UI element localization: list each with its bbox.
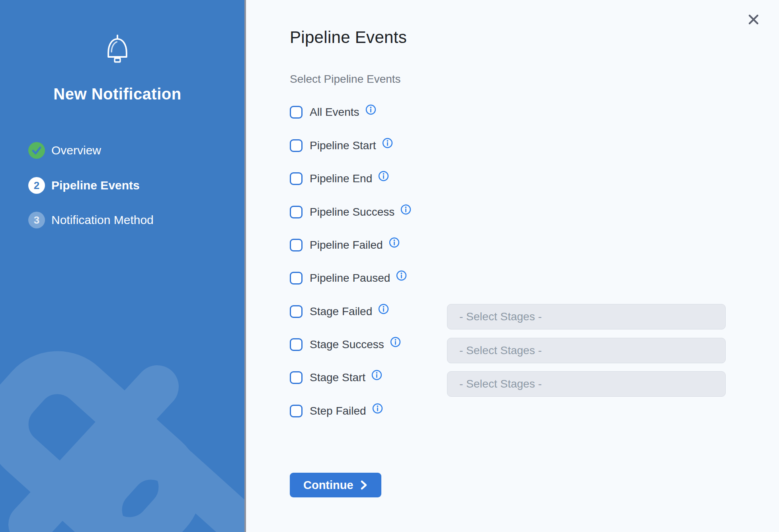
event-label: Pipeline End: [310, 172, 372, 185]
info-icon[interactable]: [378, 304, 389, 314]
event-row-step-failed: Step Failed: [290, 403, 383, 419]
event-row-pipeline-end: Pipeline End: [290, 170, 389, 187]
info-icon[interactable]: [396, 270, 407, 281]
info-icon[interactable]: [390, 337, 401, 347]
event-row-all-events: All Events: [290, 104, 376, 121]
info-icon[interactable]: [371, 370, 382, 380]
info-icon[interactable]: [378, 171, 389, 181]
info-icon[interactable]: [389, 237, 400, 248]
step-label: Pipeline Events: [51, 179, 140, 192]
event-label: Step Failed: [310, 405, 366, 417]
wizard-title: New Notification: [0, 85, 235, 103]
step-overview[interactable]: Overview: [28, 142, 101, 159]
step-done-check-icon: [28, 142, 45, 159]
event-label: Pipeline Start: [310, 139, 376, 152]
checkbox-step-failed[interactable]: [290, 405, 303, 417]
close-icon[interactable]: [746, 12, 761, 27]
select-stages-for-stage-start[interactable]: - Select Stages -: [447, 371, 726, 397]
checkbox-pipeline-paused[interactable]: [290, 272, 303, 285]
info-icon[interactable]: [382, 138, 393, 148]
step-pipeline-events[interactable]: 2 Pipeline Events: [28, 177, 140, 194]
step-number-badge: 2: [28, 177, 45, 194]
event-label: Stage Failed: [310, 305, 372, 318]
select-stages-for-stage-failed[interactable]: - Select Stages -: [447, 304, 726, 329]
event-label: Pipeline Paused: [310, 272, 390, 285]
event-label: Pipeline Failed: [310, 239, 383, 251]
checkbox-stage-failed[interactable]: [290, 305, 303, 318]
wizard-sidebar: New Notification Overview 2 Pipeline Eve…: [0, 0, 244, 532]
event-row-stage-start: Stage Start: [290, 369, 382, 386]
continue-label: Continue: [303, 479, 353, 492]
checkbox-pipeline-end[interactable]: [290, 172, 303, 185]
select-placeholder: - Select Stages -: [459, 344, 542, 357]
checkbox-pipeline-failed[interactable]: [290, 239, 303, 251]
event-label: Stage Start: [310, 371, 365, 384]
section-subtitle: Select Pipeline Events: [290, 73, 401, 86]
event-row-pipeline-failed: Pipeline Failed: [290, 237, 400, 253]
select-placeholder: - Select Stages -: [459, 378, 542, 390]
step-number-badge: 3: [28, 212, 45, 228]
event-label: Pipeline Success: [310, 206, 394, 218]
checkbox-all-events[interactable]: [290, 106, 303, 119]
checkbox-stage-success[interactable]: [290, 338, 303, 351]
event-label: All Events: [310, 106, 359, 119]
brand-watermark: [0, 0, 244, 532]
step-label: Overview: [51, 144, 101, 157]
event-row-stage-success: Stage Success: [290, 336, 401, 353]
chevron-right-icon: [360, 480, 368, 490]
continue-button[interactable]: Continue: [290, 473, 381, 497]
event-row-stage-failed: Stage Failed: [290, 303, 389, 320]
select-stages-for-stage-success[interactable]: - Select Stages -: [447, 338, 726, 363]
info-icon[interactable]: [372, 403, 383, 414]
bell-icon: [104, 34, 131, 66]
checkbox-pipeline-success[interactable]: [290, 206, 303, 218]
info-icon[interactable]: [400, 204, 411, 215]
page-title: Pipeline Events: [290, 28, 407, 47]
panel-divider: [244, 0, 246, 532]
select-placeholder: - Select Stages -: [459, 310, 542, 323]
event-row-pipeline-start: Pipeline Start: [290, 137, 393, 154]
event-row-pipeline-paused: Pipeline Paused: [290, 270, 407, 286]
info-icon[interactable]: [365, 104, 376, 115]
checkbox-stage-start[interactable]: [290, 371, 303, 384]
event-row-pipeline-success: Pipeline Success: [290, 204, 411, 220]
event-label: Stage Success: [310, 338, 384, 351]
checkbox-pipeline-start[interactable]: [290, 139, 303, 152]
step-label: Notification Method: [51, 213, 154, 227]
step-notification-method[interactable]: 3 Notification Method: [28, 212, 154, 228]
